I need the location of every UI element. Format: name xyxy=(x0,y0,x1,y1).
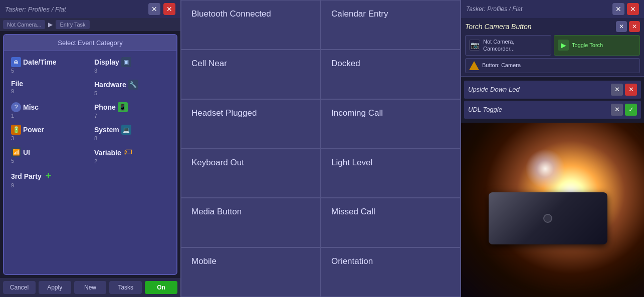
category-power[interactable]: 🔋 Power 3 xyxy=(7,122,90,144)
event-dialog-title: Select Event Category xyxy=(4,35,176,51)
bottom-bar: Cancel Apply New Tasks On xyxy=(0,278,180,297)
phone-icon: 📱 xyxy=(118,102,128,112)
nav-not-camera[interactable]: Not Camera... xyxy=(3,20,45,29)
left-header-title: Tasker: Profiles / Flat xyxy=(5,6,66,13)
udl-toggle-check-btn[interactable]: ✓ xyxy=(625,104,637,116)
category-file[interactable]: File 9 xyxy=(7,77,90,99)
bluetooth-connected-label: Bluetooth Connected xyxy=(191,9,271,20)
hardware-icon: 🔧 xyxy=(128,80,138,90)
action-not-camera[interactable]: 📷 Not Camera,Camcorder... xyxy=(465,35,551,56)
right-header-icons: ✕ ✕ xyxy=(612,3,639,15)
plus-icon: + xyxy=(46,170,52,182)
close-icon-btn[interactable]: ✕ xyxy=(163,3,175,15)
category-ui[interactable]: 📶 UI 5 xyxy=(7,144,90,167)
category-3rdparty[interactable]: 3rd Party + 9 xyxy=(7,167,90,191)
media-button-label: Media Button xyxy=(191,206,242,217)
nav-entry-task[interactable]: Entry Task xyxy=(56,20,89,29)
category-datetime[interactable]: ⊕ Date/Time 5 xyxy=(7,54,90,77)
on-button[interactable]: On xyxy=(145,281,177,294)
right-close-icon-btn[interactable]: ✕ xyxy=(627,3,639,15)
nav-bar: Not Camera... ▶ Entry Task xyxy=(0,18,180,31)
event-dialog: Select Event Category ⊕ Date/Time 5 Disp… xyxy=(3,34,177,275)
upside-down-led-wrench-btn[interactable]: ✕ xyxy=(611,84,623,96)
cell-incoming-call[interactable]: Incoming Call xyxy=(321,99,461,149)
udl-toggle-name: UDL Toggle xyxy=(468,106,502,113)
torch-glow xyxy=(525,149,565,189)
not-camera-label: Not Camera,Camcorder... xyxy=(483,38,515,53)
headset-plugged-label: Headset Plugged xyxy=(191,108,257,119)
variable-icon: 🏷 xyxy=(123,147,132,158)
middle-panel: Bluetooth Connected Calendar Entry Cell … xyxy=(180,0,461,297)
category-display[interactable]: Display ▣ 3 xyxy=(90,54,173,77)
profile-title: Torch Camera Button xyxy=(465,23,532,31)
cell-headset-plugged[interactable]: Headset Plugged xyxy=(181,99,321,149)
left-header: Tasker: Profiles / Flat ✕ ✕ xyxy=(0,0,180,18)
ui-icon: 📶 xyxy=(11,147,21,157)
action-button-camera[interactable]: Button: Camera xyxy=(465,58,640,73)
cell-mobile[interactable]: Mobile xyxy=(181,247,321,297)
udl-toggle-icons: ✕ ✓ xyxy=(611,104,637,116)
play-icon: ▶ xyxy=(558,40,569,51)
cell-orientation[interactable]: Orientation xyxy=(321,247,461,297)
toggle-torch-label: Toggle Torch xyxy=(572,42,603,49)
wrench-icon-btn[interactable]: ✕ xyxy=(148,3,160,15)
udl-toggle-wrench-btn[interactable]: ✕ xyxy=(611,104,623,116)
cell-media-button[interactable]: Media Button xyxy=(181,198,321,247)
left-header-icons: ✕ ✕ xyxy=(148,3,175,15)
misc-icon: ? xyxy=(11,102,21,112)
event-category-grid: ⊕ Date/Time 5 Display ▣ 3 File 9 xyxy=(4,51,176,194)
category-hardware[interactable]: Hardware 🔧 5 xyxy=(90,77,173,99)
right-panel: Tasker: Profiles / Flat ✕ ✕ Torch Camera… xyxy=(461,0,644,297)
action-toggle-torch[interactable]: ▶ Toggle Torch xyxy=(554,35,640,56)
mobile-label: Mobile xyxy=(191,256,217,267)
profile-section: Torch Camera Button ✕ ✕ 📷 Not Camera,Cam… xyxy=(461,18,644,77)
upside-down-led-close-btn[interactable]: ✕ xyxy=(625,84,637,96)
upside-down-led-icons: ✕ ✕ xyxy=(611,84,637,96)
cell-near-label: Cell Near xyxy=(191,58,227,69)
tasks-button[interactable]: Tasks xyxy=(109,281,142,294)
apply-button[interactable]: Apply xyxy=(39,281,71,294)
orientation-label: Orientation xyxy=(331,256,373,267)
missed-call-label: Missed Call xyxy=(331,206,375,217)
keyboard-out-label: Keyboard Out xyxy=(191,157,244,168)
button-camera-label: Button: Camera xyxy=(482,62,521,69)
light-level-label: Light Level xyxy=(331,157,372,168)
datetime-icon: ⊕ xyxy=(11,57,21,67)
cell-light-level[interactable]: Light Level xyxy=(321,149,461,198)
cell-keyboard-out[interactable]: Keyboard Out xyxy=(181,149,321,198)
category-phone[interactable]: Phone 📱 7 xyxy=(90,99,173,122)
right-wrench-icon-btn[interactable]: ✕ xyxy=(612,3,624,15)
display-icon: ▣ xyxy=(121,57,131,67)
warning-icon xyxy=(469,61,479,70)
profile-udl-toggle: UDL Toggle ✕ ✓ xyxy=(464,101,641,119)
cell-bluetooth-connected[interactable]: Bluetooth Connected xyxy=(181,0,321,50)
torch-background xyxy=(461,123,644,297)
system-icon: 💻 xyxy=(121,125,131,135)
profile-title-row: Torch Camera Button ✕ ✕ xyxy=(465,21,640,32)
torch-device xyxy=(489,192,607,245)
cell-calendar-entry[interactable]: Calendar Entry xyxy=(321,0,461,50)
category-misc[interactable]: ? Misc 1 xyxy=(7,99,90,122)
power-icon: 🔋 xyxy=(11,125,21,135)
category-variable[interactable]: Variable 🏷 2 xyxy=(90,144,173,167)
incoming-call-label: Incoming Call xyxy=(331,108,383,119)
profile-title-icons: ✕ ✕ xyxy=(616,21,640,32)
right-header: Tasker: Profiles / Flat ✕ ✕ xyxy=(461,0,644,18)
category-system[interactable]: System 💻 8 xyxy=(90,122,173,144)
profile-close-btn[interactable]: ✕ xyxy=(629,21,640,32)
new-button[interactable]: New xyxy=(74,281,107,294)
cell-cell-near[interactable]: Cell Near xyxy=(181,50,321,99)
cancel-button[interactable]: Cancel xyxy=(3,281,36,294)
calendar-entry-label: Calendar Entry xyxy=(331,9,388,20)
profile-list: Upside Down Led ✕ ✕ UDL Toggle ✕ ✓ xyxy=(461,77,644,123)
profile-upside-down-led: Upside Down Led ✕ ✕ xyxy=(464,81,641,99)
profile-actions: 📷 Not Camera,Camcorder... ▶ Toggle Torch… xyxy=(465,35,640,73)
profile-wrench-btn[interactable]: ✕ xyxy=(616,21,627,32)
cell-docked[interactable]: Docked xyxy=(321,50,461,99)
cell-missed-call[interactable]: Missed Call xyxy=(321,198,461,247)
right-header-title: Tasker: Profiles / Flat xyxy=(466,6,522,13)
camera-icon: 📷 xyxy=(469,40,480,51)
torch-lens xyxy=(543,214,552,223)
left-panel: Tasker: Profiles / Flat ✕ ✕ Not Camera..… xyxy=(0,0,180,297)
torch-image xyxy=(461,123,644,297)
